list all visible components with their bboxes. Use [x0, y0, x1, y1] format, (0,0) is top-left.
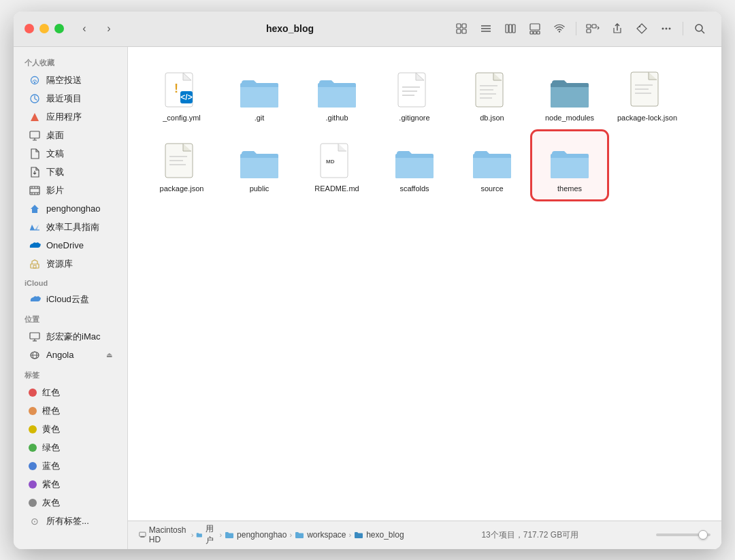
file-item-gitignore[interactable]: .gitignore — [377, 61, 452, 129]
public-label: public — [250, 184, 270, 193]
breadcrumb-workspace[interactable]: workspace — [295, 530, 346, 540]
tag-green-label: 绿色 — [42, 442, 60, 454]
slider-track[interactable] — [656, 533, 710, 536]
angola-icon — [29, 349, 41, 361]
minimize-button[interactable] — [39, 24, 49, 33]
svg-rect-1 — [462, 24, 466, 28]
breadcrumb-macintosh[interactable]: Macintosh HD — [139, 525, 189, 544]
sidebar-item-movies[interactable]: 影片 — [18, 182, 123, 199]
file-item-public[interactable]: public — [222, 131, 297, 199]
svg-rect-14 — [587, 24, 591, 28]
package-json-icon — [160, 146, 203, 181]
sep4: › — [349, 531, 352, 539]
sidebar-item-tools[interactable]: 效率工具指南 — [18, 218, 123, 236]
file-item-package-json[interactable]: package.json — [144, 131, 219, 199]
svg-rect-12 — [534, 31, 536, 34]
maximize-button[interactable] — [54, 24, 64, 33]
sidebar-item-downloads[interactable]: 下载 — [18, 163, 123, 181]
git-folder-icon — [238, 75, 281, 110]
tag-blue-dot — [29, 462, 37, 470]
themes-folder-icon — [548, 146, 591, 181]
imac-icon — [29, 331, 41, 343]
file-item-git[interactable]: .git — [222, 61, 297, 129]
sidebar-item-tag-gray[interactable]: 灰色 — [18, 494, 123, 512]
tag-yellow-label: 黄色 — [42, 423, 60, 435]
forward-button[interactable]: › — [99, 19, 118, 38]
svg-rect-69 — [140, 532, 146, 536]
column-view-button[interactable] — [500, 18, 521, 39]
sidebar-item-apps[interactable]: 应用程序 — [18, 108, 123, 126]
share-button[interactable] — [606, 18, 628, 39]
folder-small-icon4 — [354, 531, 363, 539]
source-folder-icon — [470, 146, 514, 181]
file-item-node-modules[interactable]: node_modules — [532, 61, 607, 129]
sidebar-item-recents[interactable]: 最近项目 — [18, 90, 123, 108]
svg-text:</>: </> — [180, 93, 192, 102]
tag-gray-label: 灰色 — [42, 497, 60, 509]
file-item-themes[interactable]: themes — [532, 131, 607, 199]
tag-orange-dot — [29, 407, 37, 415]
sidebar-item-penghonghao[interactable]: penghonghao — [18, 200, 123, 218]
svg-rect-15 — [587, 29, 591, 33]
breadcrumb-penghonghao-label: penghonghao — [237, 530, 287, 540]
sidebar-item-onedrive[interactable]: OneDrive — [18, 237, 123, 254]
sidebar-item-docs[interactable]: 文稿 — [18, 145, 123, 163]
search-button[interactable] — [689, 18, 710, 39]
breadcrumb-macintosh-label: Macintosh HD — [149, 525, 189, 544]
desktop-label: 桌面 — [46, 129, 64, 142]
breadcrumb-workspace-label: workspace — [307, 530, 346, 540]
sidebar-item-tag-blue[interactable]: 蓝色 — [18, 457, 123, 475]
svg-point-17 — [639, 26, 640, 27]
scaffolds-label: scaffolds — [399, 184, 429, 193]
breadcrumb-hexo-blog[interactable]: hexo_blog — [354, 530, 404, 540]
sidebar-item-angola[interactable]: Angola ⏏ — [18, 346, 123, 364]
docs-label: 文稿 — [46, 148, 64, 160]
file-item-scaffolds[interactable]: scaffolds — [377, 131, 452, 199]
file-item-config-yml[interactable]: </> ! _config.yml — [144, 61, 219, 129]
sidebar-item-all-tags[interactable]: ⊙ 所有标签... — [18, 512, 123, 530]
file-item-package-lock[interactable]: package-lock.json — [610, 61, 685, 129]
sidebar-item-imac[interactable]: 彭宏豪的iMac — [18, 328, 123, 346]
close-button[interactable] — [24, 24, 34, 33]
list-view-button[interactable] — [475, 18, 497, 39]
svg-rect-38 — [31, 264, 39, 268]
sidebar-item-icloud[interactable]: iCloud云盘 — [18, 291, 123, 308]
more-button[interactable] — [655, 18, 677, 39]
sidebar-item-tag-purple[interactable]: 紫色 — [18, 476, 123, 493]
zoom-slider[interactable] — [656, 533, 710, 536]
gallery-view-button[interactable] — [524, 18, 546, 39]
sidebar-item-tag-orange[interactable]: 橙色 — [18, 402, 123, 420]
file-item-db-json[interactable]: db.json — [455, 61, 529, 129]
sidebar-item-tag-green[interactable]: 绿色 — [18, 439, 123, 457]
folder-small-icon — [196, 531, 203, 539]
scaffolds-folder-icon — [393, 146, 436, 181]
sidebar-item-library[interactable]: 资源库 — [18, 255, 123, 273]
sidebar-item-airdrop[interactable]: 隔空投送 — [18, 71, 123, 89]
github-folder-icon — [315, 75, 359, 110]
icloud-icon — [29, 293, 41, 306]
readme-label: README.md — [314, 184, 359, 193]
file-item-readme[interactable]: MD README.md — [299, 131, 374, 199]
svg-point-19 — [666, 28, 668, 30]
themes-label: themes — [557, 184, 582, 193]
breadcrumb-users[interactable]: 用户 — [196, 523, 216, 546]
penghonghao-icon — [29, 203, 41, 215]
arrange-button[interactable] — [582, 18, 604, 39]
breadcrumb-penghonghao[interactable]: penghonghao — [225, 530, 287, 540]
slider-thumb[interactable] — [698, 530, 708, 540]
tag-button[interactable] — [631, 18, 653, 39]
gitignore-label: .gitignore — [399, 113, 429, 122]
file-item-source[interactable]: source — [455, 131, 529, 199]
apps-label: 应用程序 — [46, 111, 82, 123]
tag-red-label: 红色 — [42, 386, 60, 399]
icon-view-button[interactable] — [451, 18, 472, 39]
tag-green-dot — [29, 444, 37, 452]
wifi-button[interactable] — [549, 18, 570, 39]
back-button[interactable]: ‹ — [75, 19, 94, 38]
sidebar-item-desktop[interactable]: 桌面 — [18, 127, 123, 144]
file-item-github[interactable]: .github — [299, 61, 374, 129]
sidebar-item-tag-yellow[interactable]: 黄色 — [18, 421, 123, 438]
svg-rect-70 — [140, 536, 144, 538]
angola-eject-icon[interactable]: ⏏ — [106, 351, 112, 359]
sidebar-item-tag-red[interactable]: 红色 — [18, 384, 123, 401]
